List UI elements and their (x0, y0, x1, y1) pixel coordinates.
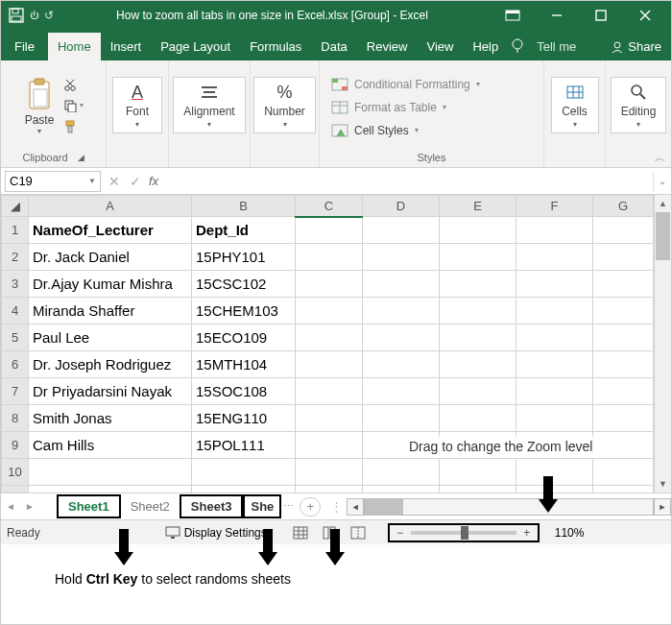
cell[interactable] (296, 244, 363, 271)
cell[interactable] (363, 486, 440, 493)
cell[interactable]: 15MTH104 (192, 351, 296, 378)
fx-cancel-icon[interactable]: ✕ (108, 174, 120, 189)
cell[interactable] (363, 459, 440, 486)
cell[interactable]: 15CHEM103 (192, 298, 296, 325)
name-box[interactable]: C19 ▼ (5, 171, 101, 192)
zoom-percentage[interactable]: 110% (555, 526, 585, 540)
cell[interactable]: 15POL111 (192, 432, 296, 459)
zoom-handle[interactable] (461, 526, 468, 540)
cell[interactable] (296, 378, 363, 405)
cell[interactable] (593, 244, 654, 271)
cell[interactable]: 15CSC102 (192, 271, 296, 298)
cell[interactable]: 15ENG110 (192, 405, 296, 432)
cell[interactable] (296, 217, 363, 244)
cell[interactable] (29, 459, 192, 486)
tab-file[interactable]: File (1, 33, 48, 60)
cell[interactable]: Dr Priyadarsini Nayak (29, 378, 192, 405)
cell[interactable] (593, 378, 654, 405)
cell[interactable]: 15ECO109 (192, 325, 296, 351)
col-header[interactable]: A (29, 196, 192, 217)
cell[interactable] (29, 486, 192, 493)
cells-group-button[interactable]: Cells ▾ (551, 77, 599, 133)
cell[interactable]: 15PHY101 (192, 244, 296, 271)
col-header[interactable]: B (192, 196, 296, 217)
tab-insert[interactable]: Insert (101, 33, 152, 60)
zoom-track[interactable] (411, 531, 516, 535)
cell[interactable] (440, 405, 516, 432)
save-icon[interactable] (9, 8, 24, 23)
cell[interactable] (192, 486, 296, 493)
tab-review[interactable]: Review (357, 33, 418, 60)
cell[interactable] (440, 351, 516, 378)
cell[interactable] (516, 325, 593, 351)
vscroll-thumb[interactable] (656, 212, 670, 260)
cell[interactable] (363, 271, 440, 298)
cell[interactable] (516, 405, 593, 432)
fx-label[interactable]: fx (149, 174, 158, 188)
cell[interactable] (296, 486, 363, 493)
cell[interactable] (593, 432, 654, 459)
cell[interactable]: NameOf_Lecturer (29, 217, 192, 244)
scroll-left-icon[interactable]: ◄ (347, 498, 364, 516)
tab-help[interactable]: Help (463, 33, 508, 60)
chevron-down-icon[interactable]: ▾ (37, 127, 41, 135)
cut-button[interactable] (63, 75, 84, 94)
expand-formula-icon[interactable]: ⌄ (654, 176, 671, 186)
cell[interactable]: 15SOC108 (192, 378, 296, 405)
chevron-down-icon[interactable]: ▾ (135, 120, 139, 129)
sheet-overflow-icon[interactable]: ⋯ (283, 500, 294, 513)
chevron-down-icon[interactable]: ▼ (88, 177, 96, 185)
cell[interactable]: Dr. Jack Daniel (29, 244, 192, 271)
tab-data[interactable]: Data (311, 33, 356, 60)
cell[interactable]: Dr.Ajay Kumar Mishra (29, 271, 192, 298)
format-as-table-button[interactable]: Format as Table▾ (331, 98, 538, 117)
dialog-launcher-icon[interactable]: ◢ (78, 153, 84, 162)
col-header[interactable]: G (593, 196, 654, 217)
cell[interactable] (363, 325, 440, 351)
cell[interactable] (363, 378, 440, 405)
cell[interactable] (440, 486, 516, 493)
sheet-tab-1[interactable]: Sheet1 (57, 494, 121, 518)
row-header[interactable]: 8 (2, 405, 29, 432)
cell[interactable] (363, 298, 440, 325)
cell[interactable] (593, 271, 654, 298)
zoom-out-button[interactable]: − (394, 526, 407, 540)
paste-button[interactable]: Paste ▾ (23, 75, 56, 135)
chevron-down-icon[interactable]: ▾ (573, 120, 577, 129)
scroll-up-icon[interactable]: ▲ (655, 195, 671, 212)
cell[interactable] (593, 459, 654, 486)
select-all-corner[interactable]: ◢ (2, 196, 29, 217)
cell[interactable] (363, 244, 440, 271)
row-header[interactable]: 4 (2, 298, 29, 325)
row-header[interactable]: 9 (2, 432, 29, 459)
tab-page-layout[interactable]: Page Layout (151, 33, 240, 60)
cell[interactable] (363, 217, 440, 244)
sheet-tab-4[interactable]: She (243, 494, 281, 518)
cell[interactable]: Cam Hills (29, 432, 192, 459)
cell[interactable] (440, 217, 516, 244)
cell[interactable] (296, 298, 363, 325)
cell[interactable] (593, 405, 654, 432)
col-header[interactable]: D (363, 196, 440, 217)
row-header[interactable]: 10 (2, 459, 29, 486)
view-normal-button[interactable] (286, 522, 315, 543)
horizontal-scrollbar[interactable]: ◄ ► (347, 498, 671, 516)
cell[interactable] (516, 217, 593, 244)
cell-styles-button[interactable]: Cell Styles▾ (331, 121, 538, 140)
cell[interactable] (593, 325, 654, 351)
chevron-down-icon[interactable]: ▾ (207, 120, 211, 129)
col-header[interactable]: F (516, 196, 593, 217)
cell[interactable] (440, 325, 516, 351)
chevron-down-icon[interactable]: ▾ (636, 120, 640, 129)
cell[interactable] (516, 378, 593, 405)
cell[interactable] (440, 298, 516, 325)
tab-view[interactable]: View (417, 33, 463, 60)
cell[interactable] (296, 271, 363, 298)
row-header[interactable] (2, 486, 29, 493)
share-button[interactable]: Share (601, 33, 671, 60)
cell[interactable] (363, 405, 440, 432)
sheet-tab-2[interactable]: Sheet2 (121, 496, 180, 517)
close-button[interactable] (623, 1, 667, 30)
qat-undo-icon[interactable]: ↺ (44, 9, 54, 22)
zoom-in-button[interactable]: + (520, 526, 534, 540)
